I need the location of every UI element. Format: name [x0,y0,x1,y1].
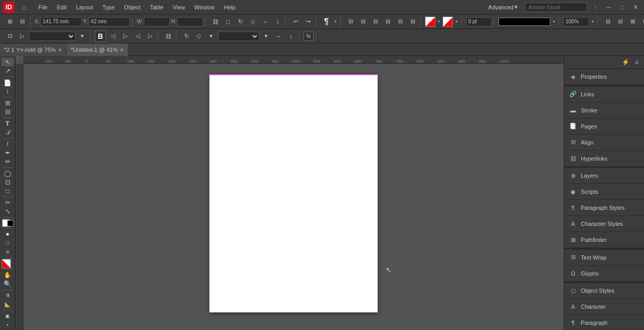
tb2-btn7[interactable]: ▷ [144,31,156,42]
selection-tool[interactable]: ↖ [2,58,14,66]
content-placer-tool[interactable]: ⊟ [2,108,14,116]
panel-align[interactable]: ⊟ Align [564,135,644,151]
align-top-btn[interactable]: ⊟ [382,16,393,27]
constrain-btn[interactable]: ⛓ [210,16,221,27]
stroke-arrow[interactable]: ▾ [454,17,459,27]
type-on-path-tool[interactable]: 𝒯 [2,128,14,137]
page-tool[interactable]: 📄 [2,79,14,87]
panel-properties[interactable]: ◈ Properties [564,69,644,85]
fill-color-swatch[interactable] [425,17,435,27]
tab-1-close[interactable]: ✕ [120,47,124,53]
panel-character[interactable]: A Character [564,299,644,315]
align-bottom-btn[interactable]: ⊟ [407,16,418,27]
tb2-rotate-btn[interactable]: ↻ [181,31,192,42]
tb2-arrow-btn[interactable]: ▾ [206,31,217,42]
menu-layout[interactable]: Layout [72,3,97,11]
h-input[interactable] [177,17,203,26]
layout-btn4[interactable]: ⊞ [639,16,644,27]
stroke-color-swatch[interactable] [443,17,453,27]
redo-btn[interactable]: ↪ [302,16,314,27]
paragraph-arrow[interactable]: ▾ [333,17,338,27]
pencil-tool[interactable]: ✏ [2,157,14,166]
menu-help[interactable]: Help [219,3,240,11]
tb2-flip-v[interactable]: ↕ [285,31,297,42]
flip-v-btn[interactable]: ↕ [272,16,283,27]
shear-btn[interactable]: ◇ [247,16,258,27]
panel-links[interactable]: 🔗 Links [564,87,644,103]
rectangle-tool[interactable]: □ [2,187,14,195]
panel-text-wrap[interactable]: ⊟ Text Wrap [564,250,644,266]
tb2-btn4[interactable]: ◁ [107,31,119,42]
pen-tool[interactable]: ✒ [2,149,14,157]
menu-type[interactable]: Type [98,3,119,11]
menu-window[interactable]: Window [190,3,218,11]
layout-btn3[interactable]: ⊞ [627,16,638,27]
tb2-select2[interactable] [218,32,259,41]
panel-layers[interactable]: ⊕ Layers [564,168,644,184]
tb2-btn6[interactable]: ◁ [132,31,143,42]
direct-select-mode-btn[interactable]: ⊟ [17,16,28,27]
panel-glyphs[interactable]: Ω Glyphs [564,266,644,282]
erase-tool[interactable]: ◯ [2,169,14,178]
w-input[interactable] [144,17,170,26]
panel-character-styles[interactable]: A Character Styles [564,216,644,232]
zoom-tool[interactable]: 🔍 [2,280,14,288]
panel-hyperlinks[interactable]: ⛓ Hyperlinks [564,151,644,167]
tb2-flip-h[interactable]: ↔ [273,31,284,42]
panel-pages[interactable]: 📑 Pages [564,119,644,135]
minimize-button[interactable]: ─ [604,2,614,12]
align-middle-btn[interactable]: ⊟ [394,16,406,27]
align-center-btn[interactable]: ⊟ [357,16,369,27]
tb2-rotate-btn2[interactable]: ◇ [193,31,204,42]
measure-tool[interactable]: 📐 [2,300,14,309]
transform-btn[interactable]: □ [222,16,233,27]
tb2-btn5[interactable]: ▷ [120,31,131,42]
tb2-constrain-btn[interactable]: ⛓ [163,31,174,42]
zoom-arrow[interactable]: ▾ [590,17,595,27]
color-none[interactable]: ⊘ [2,248,14,256]
tab-1[interactable]: *Untitled-1 @ 41% ✕ [67,44,129,56]
canvas[interactable]: ↖ [23,64,564,330]
hand-tool[interactable]: ✋ [2,271,14,279]
menu-edit[interactable]: Edit [53,3,71,11]
layout-btn2[interactable]: ⊟ [614,16,626,27]
fill-arrow[interactable]: ▾ [436,17,442,27]
tab-0-close[interactable]: ✕ [58,47,62,53]
tab-0[interactable]: *2 ירד 1.indd @ 75% ✕ [0,44,67,56]
y-input[interactable] [89,17,130,26]
x-input[interactable] [40,17,82,26]
eyedropper-tool[interactable]: ⚗ [2,292,14,300]
line-tool[interactable]: / [2,140,14,148]
panel-object-styles[interactable]: ◻ Object Styles [564,283,644,299]
view-preview[interactable]: ▪ [2,321,14,329]
advanced-menu[interactable]: Advanced ▾ [484,3,522,11]
direct-selection-tool[interactable]: ↗ [2,67,14,75]
menu-object[interactable]: Object [120,3,145,11]
panel-menu-btn[interactable]: ≡ [632,57,642,67]
background-color[interactable] [7,220,13,226]
panel-paragraph[interactable]: ¶ Paragraph [564,315,644,330]
gap-tool[interactable]: ↕ [2,87,14,95]
zoom-input[interactable] [563,17,589,26]
type-tool[interactable]: T [2,120,14,128]
menu-table[interactable]: Table [145,3,167,11]
panel-pathfinder[interactable]: ⊠ Pathfinder [564,232,644,248]
tb2-arrow-btn2[interactable]: ▾ [260,31,272,42]
tb2-btn1[interactable]: ⊡ [4,31,16,42]
layout-btn1[interactable]: ⊟ [602,16,613,27]
color-mode-fill[interactable]: ■ [2,230,14,238]
content-collector-tool[interactable]: ⊞ [2,99,14,107]
tb2-fx-btn[interactable]: fx [303,32,314,41]
maximize-button[interactable]: □ [617,2,627,12]
paragraph-marks-btn[interactable]: ¶ [320,16,332,27]
menu-file[interactable]: File [34,3,52,11]
rotate-btn[interactable]: ↻ [235,16,246,27]
share-button[interactable]: ↑ [590,2,601,12]
color-mode-stroke[interactable]: □ [2,239,14,247]
panel-scripts[interactable]: ◉ Scripts [564,184,644,200]
panel-stroke[interactable]: ▬ Stroke [564,103,644,119]
menu-view[interactable]: View [169,3,189,11]
search-input[interactable] [525,3,587,12]
panel-paragraph-styles[interactable]: ¶ Paragraph Styles [564,200,644,216]
panel-lightning-btn[interactable]: ⚡ [620,57,631,67]
